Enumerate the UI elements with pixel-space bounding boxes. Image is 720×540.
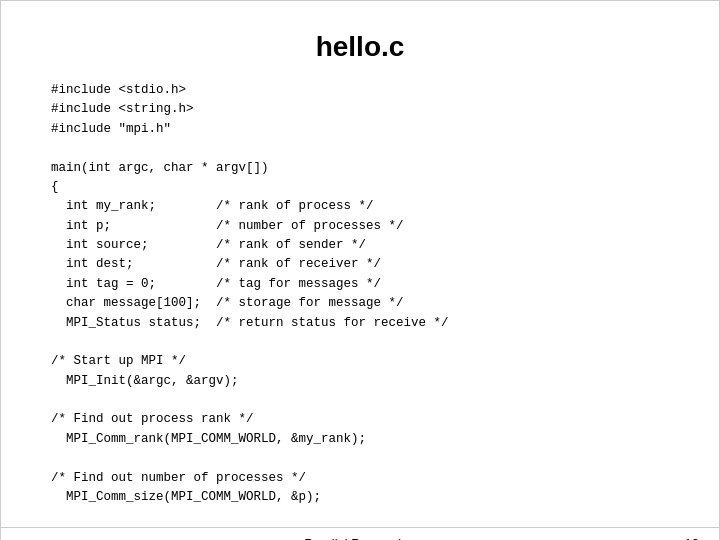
slide-footer: Parallel Processing 10 bbox=[1, 527, 719, 540]
footer-page-number: 10 bbox=[685, 536, 699, 540]
slide-container: hello.c #include <stdio.h> #include <str… bbox=[0, 0, 720, 540]
slide-title: hello.c bbox=[51, 31, 669, 63]
slide-content: hello.c #include <stdio.h> #include <str… bbox=[1, 1, 719, 527]
code-block: #include <stdio.h> #include <string.h> #… bbox=[51, 81, 669, 507]
footer-label: Parallel Processing bbox=[304, 536, 415, 540]
